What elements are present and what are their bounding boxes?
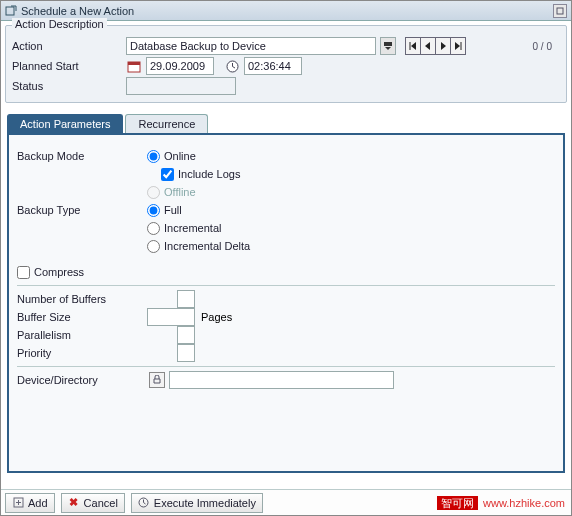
action-description-legend: Action Description — [12, 18, 107, 30]
separator-2 — [17, 366, 555, 367]
nav-prev-icon[interactable] — [420, 37, 436, 55]
buffer-size-field[interactable] — [147, 308, 195, 326]
execute-icon — [138, 497, 150, 509]
execute-button-label: Execute Immediately — [154, 497, 256, 509]
num-buffers-label: Number of Buffers — [17, 293, 147, 305]
action-nav-buttons — [406, 37, 466, 55]
action-label: Action — [12, 40, 122, 52]
lock-icon[interactable] — [149, 372, 165, 388]
compress-text: Compress — [34, 266, 84, 278]
action-dropdown-button[interactable] — [380, 37, 396, 55]
watermark-url: www.hzhike.com — [483, 497, 565, 509]
device-directory-label: Device/Directory — [17, 374, 147, 386]
tab-recurrence[interactable]: Recurrence — [125, 114, 208, 133]
priority-label: Priority — [17, 347, 147, 359]
backup-type-full-radio[interactable] — [147, 204, 160, 217]
backup-mode-online-radio[interactable] — [147, 150, 160, 163]
watermark-badge: 智可网 — [437, 496, 478, 510]
backup-mode-label: Backup Mode — [17, 150, 147, 162]
add-button[interactable]: Add — [5, 493, 55, 513]
svg-rect-2 — [384, 42, 392, 46]
backup-type-incremental-text: Incremental — [164, 222, 221, 234]
pages-label: Pages — [201, 311, 232, 323]
num-buffers-field[interactable] — [177, 290, 195, 308]
backup-type-full-text: Full — [164, 204, 182, 216]
planned-date-field[interactable] — [146, 57, 214, 75]
backup-type-incremental-delta-radio[interactable] — [147, 240, 160, 253]
compress-checkbox[interactable] — [17, 266, 30, 279]
device-directory-field[interactable] — [169, 371, 394, 389]
footer: Add ✖ Cancel Execute Immediately 智可网 www… — [1, 489, 571, 515]
cancel-button[interactable]: ✖ Cancel — [61, 493, 125, 513]
backup-mode-online-text: Online — [164, 150, 196, 162]
include-logs-checkbox[interactable] — [161, 168, 174, 181]
separator — [17, 285, 555, 286]
parallelism-label: Parallelism — [17, 329, 147, 341]
status-label: Status — [12, 80, 122, 92]
tab-action-parameters[interactable]: Action Parameters — [7, 114, 123, 133]
close-icon[interactable] — [553, 4, 567, 18]
execute-immediately-button[interactable]: Execute Immediately — [131, 493, 263, 513]
svg-rect-0 — [6, 7, 14, 15]
backup-type-incremental-radio[interactable] — [147, 222, 160, 235]
backup-mode-offline-text: Offline — [164, 186, 196, 198]
buffer-size-label: Buffer Size — [17, 311, 147, 323]
window-icon — [5, 5, 17, 17]
add-icon — [12, 497, 24, 509]
action-field[interactable] — [126, 37, 376, 55]
planned-start-label: Planned Start — [12, 60, 122, 72]
clock-icon[interactable] — [224, 58, 240, 74]
backup-mode-offline-radio — [147, 186, 160, 199]
cancel-button-label: Cancel — [84, 497, 118, 509]
action-counter: 0 / 0 — [533, 41, 552, 52]
action-description-group: Action Description Action 0 / 0 Planned … — [5, 25, 567, 103]
nav-first-icon[interactable] — [405, 37, 421, 55]
backup-type-label: Backup Type — [17, 204, 147, 216]
svg-rect-1 — [557, 8, 563, 14]
nav-next-icon[interactable] — [435, 37, 451, 55]
backup-type-incremental-delta-text: Incremental Delta — [164, 240, 250, 252]
add-button-label: Add — [28, 497, 48, 509]
parallelism-field[interactable] — [177, 326, 195, 344]
svg-rect-4 — [128, 62, 140, 65]
priority-field[interactable] — [177, 344, 195, 362]
watermark: 智可网 www.hzhike.com — [437, 496, 565, 511]
window-title: Schedule a New Action — [21, 5, 553, 17]
tabstrip: Action Parameters Recurrence — [7, 111, 565, 133]
include-logs-text: Include Logs — [178, 168, 240, 180]
nav-last-icon[interactable] — [450, 37, 466, 55]
action-parameters-panel: Backup Mode Online Include Logs Offline … — [7, 133, 565, 473]
dialog-window: Schedule a New Action Action Description… — [0, 0, 572, 516]
planned-time-field[interactable] — [244, 57, 302, 75]
cancel-icon: ✖ — [68, 497, 80, 509]
status-field — [126, 77, 236, 95]
calendar-icon[interactable] — [126, 58, 142, 74]
